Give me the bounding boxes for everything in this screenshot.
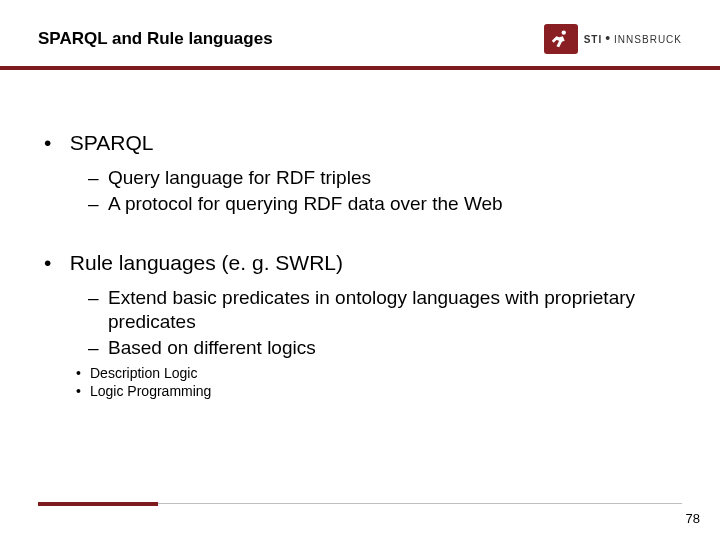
content: SPARQL Query language for RDF triples A …: [38, 130, 682, 400]
slide: SPARQL and Rule languages STI • INNSBRUC…: [0, 0, 720, 540]
sub-list: Extend basic predicates in ontology lang…: [44, 286, 678, 359]
logo-icon: [544, 24, 578, 54]
logo-text: STI • INNSBRUCK: [584, 34, 682, 45]
sub-item: Extend basic predicates in ontology lang…: [88, 286, 678, 334]
header: SPARQL and Rule languages STI • INNSBRUC…: [38, 18, 682, 60]
logo: STI • INNSBRUCK: [544, 24, 682, 54]
bullet-text: Rule languages (e. g. SWRL): [70, 251, 343, 274]
logo-dot: •: [603, 33, 613, 43]
logo-rest: INNSBRUCK: [614, 34, 682, 45]
footer-accent: [38, 502, 158, 506]
header-rule: [0, 66, 720, 70]
sub-item: Based on different logics: [88, 336, 678, 360]
page-number: 78: [686, 511, 700, 526]
bullet-text: SPARQL: [70, 131, 154, 154]
slide-title: SPARQL and Rule languages: [38, 29, 273, 49]
logo-sti: STI: [584, 34, 603, 45]
subsub-item: Logic Programming: [76, 383, 678, 401]
sub-list: Query language for RDF triples A protoco…: [44, 166, 678, 216]
bullet-item: Rule languages (e. g. SWRL) Extend basic…: [44, 250, 678, 401]
subsub-list: Description Logic Logic Programming: [44, 365, 678, 400]
bullet-list: SPARQL Query language for RDF triples A …: [38, 130, 682, 400]
bullet-item: SPARQL Query language for RDF triples A …: [44, 130, 678, 216]
person-run-icon: [550, 28, 572, 50]
subsub-item: Description Logic: [76, 365, 678, 383]
sub-item: A protocol for querying RDF data over th…: [88, 192, 678, 216]
svg-point-0: [561, 30, 565, 34]
sub-item: Query language for RDF triples: [88, 166, 678, 190]
